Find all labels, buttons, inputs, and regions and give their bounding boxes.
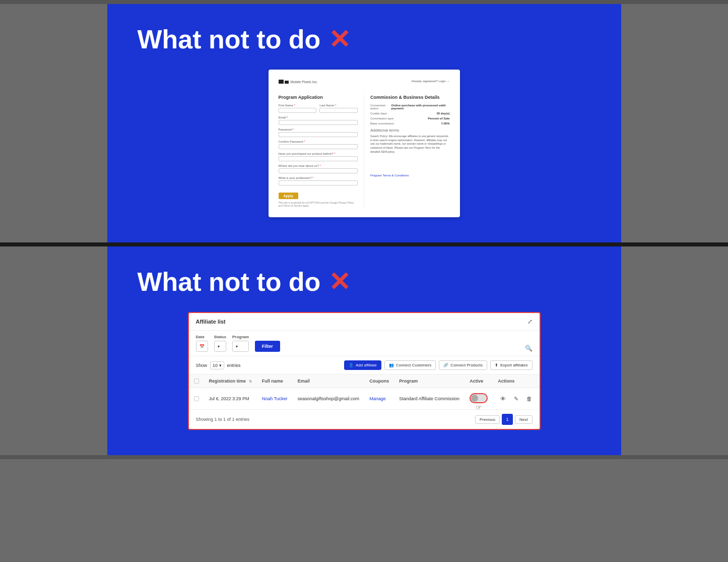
export-icon[interactable]: ⤢	[527, 318, 533, 325]
coupons-cell: Manage	[364, 388, 394, 410]
table-row: Jul 6, 2022 3:29 PM Noah Tucker seasonal…	[189, 388, 540, 410]
slide-1-title-text: What not to do	[138, 24, 321, 54]
commission-type-row: Commission type Percent of Sale	[370, 117, 450, 120]
name-row: First Name * Last Name *	[279, 104, 358, 113]
additional-terms-value: Search Policy: We encourage affiliates t…	[370, 135, 450, 154]
hear-about-input[interactable]	[279, 168, 358, 173]
purchased-field: Have you purchased our product before? *	[279, 152, 358, 161]
coupons-header: Coupons	[364, 374, 394, 388]
view-icon[interactable]: 👁	[498, 394, 508, 404]
form-right: Commission & Business Details Conversion…	[364, 95, 450, 207]
first-name-field: First Name *	[279, 104, 317, 113]
form-card: Mobile Pixels Inc. Already registered? L…	[269, 70, 460, 217]
search-icon[interactable]: 🔍	[525, 345, 533, 352]
entries-label: entries	[227, 363, 241, 368]
email-label: Email *	[279, 116, 358, 119]
filter-button[interactable]: Filter	[255, 341, 280, 352]
affiliate-filters: Date 📅 Status ▾ Program ▾	[189, 331, 540, 356]
filter-btn-col: Filter	[255, 341, 280, 352]
edit-icon[interactable]: ✎	[511, 394, 521, 404]
date-filter-input[interactable]: 📅	[196, 341, 208, 352]
brand-logo: Mobile Pixels Inc.	[279, 80, 318, 84]
checkbox-header	[189, 374, 204, 388]
program-filter-input[interactable]: ▾	[232, 341, 249, 352]
calendar-icon: 📅	[200, 344, 205, 349]
commission-type-value: Percent of Sale	[428, 117, 449, 120]
password-label: Password *	[279, 128, 358, 131]
form-left: Program Application First Name * Last Na…	[279, 95, 358, 207]
row-checkbox[interactable]	[194, 396, 199, 401]
connect-customers-button[interactable]: 👥 Connect Customers	[384, 360, 436, 370]
entries-select[interactable]: 10 ▾	[210, 361, 224, 369]
purchased-input[interactable]	[279, 156, 358, 161]
profession-label: What is your profession? *	[279, 176, 358, 179]
cookie-days-label: Cookie days	[370, 112, 387, 115]
slide-2-title-text: What not to do	[138, 267, 321, 297]
connect-products-icon: 🔗	[443, 363, 448, 367]
slide-1-title: What not to do ✕	[138, 24, 591, 54]
connect-products-label: Connect Products	[450, 363, 483, 367]
program-filter-col: Program ▾	[232, 335, 249, 352]
apply-button[interactable]: Apply	[279, 193, 298, 199]
conversion-action-label: Conversion action	[370, 104, 391, 110]
select-all-checkbox[interactable]	[194, 379, 199, 384]
last-name-input[interactable]	[319, 108, 358, 113]
confirm-password-input[interactable]	[279, 144, 358, 149]
additional-terms-label: Additional terms	[370, 128, 450, 133]
next-button[interactable]: Next	[515, 415, 532, 424]
action-icons: 👁 ✎ 🗑	[498, 394, 534, 404]
separator	[0, 242, 728, 246]
delete-icon[interactable]: 🗑	[524, 394, 534, 404]
connect-products-button[interactable]: 🔗 Connect Products	[439, 360, 487, 370]
commission-title: Commission & Business Details	[370, 95, 450, 100]
affiliate-footer: Showing 1 to 1 of 1 entries Previous 1 N…	[189, 410, 540, 429]
top-bar	[0, 0, 728, 4]
profession-input[interactable]	[279, 180, 358, 185]
email-field: Email *	[279, 116, 358, 125]
add-affiliate-button[interactable]: 👤 Add affiliate	[344, 360, 381, 370]
program-terms[interactable]: Program Terms & Conditions	[370, 174, 450, 177]
add-affiliate-icon: 👤	[349, 363, 354, 367]
affiliate-header: Affiliate list ⤢	[189, 313, 540, 331]
profession-field: What is your profession? *	[279, 176, 358, 185]
password-input[interactable]	[279, 132, 358, 137]
affiliate-toolbar: Show 10 ▾ entries 👤 Add affiliate 👥 Conn…	[189, 356, 540, 374]
conversion-action-value: Online purchase with processed valid pay…	[391, 104, 450, 110]
additional-terms-container: Additional terms Search Policy: We encou…	[370, 128, 450, 154]
page-number[interactable]: 1	[502, 414, 513, 425]
export-affiliates-button[interactable]: ⬆ Export affiliates	[490, 360, 533, 370]
status-filter-input[interactable]: ▾	[214, 341, 226, 352]
registration-time-header: Registration time ⇅	[204, 374, 257, 388]
export-affiliates-label: Export affiliates	[500, 363, 528, 367]
form-card-inner: Program Application First Name * Last Na…	[279, 95, 450, 207]
sort-icon: ⇅	[249, 380, 252, 383]
active-toggle[interactable]	[470, 393, 488, 403]
first-name-label: First Name *	[279, 104, 317, 107]
full-name-link[interactable]: Noah Tucker	[262, 396, 288, 401]
cookie-days-row: Cookie days 30 day(s)	[370, 112, 450, 115]
base-commission-value: 7.00%	[441, 122, 449, 125]
slide-1: What not to do ✕ Mobile Pixels Inc. Alre…	[107, 4, 621, 242]
entries-count: 10	[213, 363, 218, 368]
email-input[interactable]	[279, 120, 358, 125]
active-cell: ☞	[465, 388, 493, 410]
bottom-bar	[0, 455, 728, 459]
slide-1-content: What not to do ✕ Mobile Pixels Inc. Alre…	[107, 4, 621, 242]
base-commission-label: Base commission	[370, 122, 394, 125]
slide-2-title: What not to do ✕	[138, 267, 591, 297]
recaptcha-text: This site is protected by reCAPTCHA and …	[279, 201, 358, 207]
slide-2: What not to do ✕ Affiliate list ⤢ Date 📅…	[107, 246, 621, 455]
email-cell: seasonalgiftsshop@gmail.com	[293, 388, 364, 410]
status-filter-label: Status	[214, 335, 226, 339]
date-filter-col: Date 📅	[196, 335, 208, 352]
connect-customers-label: Connect Customers	[396, 363, 432, 367]
previous-button[interactable]: Previous	[475, 415, 500, 424]
program-application-title: Program Application	[279, 95, 358, 100]
manage-coupons-link[interactable]: Manage	[369, 396, 386, 401]
registration-time-cell: Jul 6, 2022 3:29 PM	[204, 388, 257, 410]
toggle-wrapper: ☞	[470, 393, 488, 404]
first-name-input[interactable]	[279, 108, 317, 113]
hear-about-label: Where did you hear about us? *	[279, 164, 358, 167]
confirm-password-label: Confirm Password *	[279, 140, 358, 143]
full-name-header: Full name	[257, 374, 293, 388]
